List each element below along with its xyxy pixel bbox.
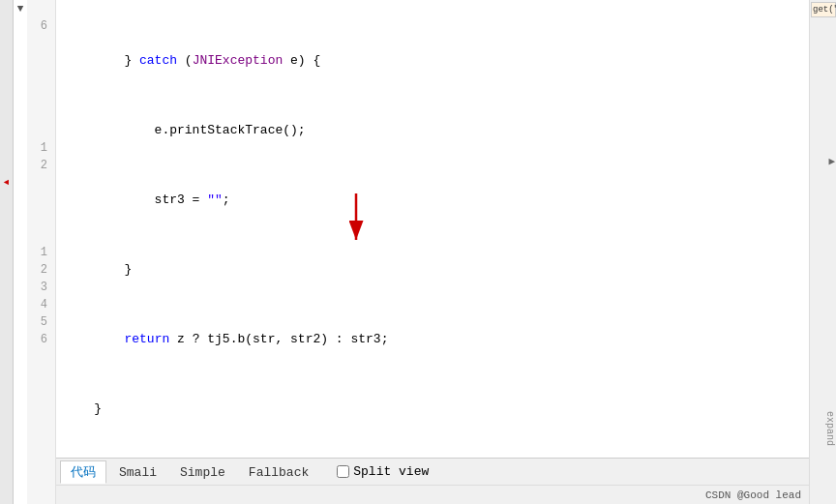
split-view-checkbox[interactable] (337, 465, 349, 478)
line-number (27, 192, 51, 209)
left-letter: ◄ (4, 174, 9, 192)
bottom-bar: 代码 Smali Simple Fallback Split view CSDN… (56, 458, 809, 504)
line-number (27, 435, 51, 453)
tooltip-panel: get("requ (811, 2, 836, 17)
line-number (27, 383, 51, 400)
line-number (27, 70, 51, 87)
line-number: 5 (27, 313, 51, 331)
string-literal: "" (207, 192, 223, 209)
tab-smali[interactable]: Smali (108, 460, 167, 484)
line-number (27, 104, 51, 122)
code-line: return z ? tj5.b(str, str2) : str3; (64, 331, 809, 348)
tab-simple[interactable]: Simple (169, 460, 236, 484)
panel-label: expand (824, 411, 835, 446)
tab-code[interactable]: 代码 (60, 460, 106, 484)
line-number (27, 400, 51, 418)
line-number (27, 348, 51, 366)
line-number (27, 366, 51, 383)
right-panel: get("requ ▶ expand (809, 0, 836, 504)
line-number: 6 (27, 17, 51, 35)
code-text: } (64, 400, 102, 418)
code-text: z ? tj5.b(str, str2) : str3; (169, 331, 388, 348)
line-number (27, 453, 51, 470)
left-gutter: ◄ (0, 0, 14, 504)
line-number (27, 418, 51, 435)
code-line: e.printStackTrace(); (64, 122, 809, 139)
expand-panel-icon[interactable]: ▶ (828, 155, 835, 167)
line-number: 4 (27, 296, 51, 313)
code-text: e) { (283, 52, 320, 70)
code-area[interactable]: } catch (JNIException e) { e.printStackT… (56, 0, 809, 504)
code-text: ( (177, 52, 193, 70)
expand-cell[interactable]: ▼ (17, 0, 24, 17)
code-text: str3 = (64, 192, 207, 209)
line-numbers: 6 1 2 1 2 3 4 5 6 (27, 0, 56, 504)
split-view-option[interactable]: Split view (337, 464, 429, 479)
code-line: } (64, 400, 809, 418)
line-number (27, 174, 51, 192)
split-view-label: Split view (353, 464, 429, 479)
line-number (27, 0, 51, 17)
line-number: 2 (27, 261, 51, 279)
line-number: 3 (27, 279, 51, 296)
line-number (27, 470, 51, 488)
line-number: 6 (27, 331, 51, 348)
status-bar: CSDN @Good lead (56, 485, 809, 504)
line-number (27, 122, 51, 139)
line-number: 1 (27, 244, 51, 261)
code-text: e.printStackTrace(); (64, 122, 306, 139)
code-text: } (64, 261, 132, 279)
expand-column: ▼ (14, 0, 27, 504)
tab-fallback[interactable]: Fallback (238, 460, 319, 484)
code-line: } catch (JNIException e) { (64, 52, 809, 70)
keyword-catch: catch (139, 52, 177, 70)
code-text: } (64, 52, 139, 70)
editor-container: ◄ ▼ 6 1 2 (0, 0, 836, 504)
line-number (27, 209, 51, 226)
code-text: ; (223, 192, 230, 209)
code-line: } (64, 261, 809, 279)
code-text (64, 331, 124, 348)
status-right: CSDN @Good lead (705, 489, 801, 501)
line-number: 2 (27, 157, 51, 174)
code-line: str3 = ""; (64, 192, 809, 209)
line-number (27, 35, 51, 52)
type-jniexception: JNIException (193, 52, 284, 70)
line-number (27, 87, 51, 104)
line-number (27, 52, 51, 70)
code-content: } catch (JNIException e) { e.printStackT… (56, 0, 809, 504)
tab-bar: 代码 Smali Simple Fallback Split view (56, 459, 809, 485)
keyword-return: return (124, 331, 169, 348)
line-number: 1 (27, 139, 51, 157)
line-number (27, 226, 51, 244)
